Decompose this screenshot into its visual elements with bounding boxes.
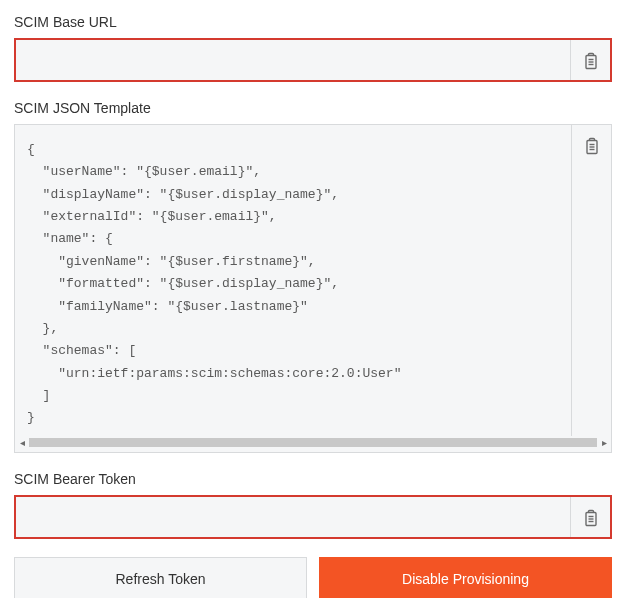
- horizontal-scrollbar[interactable]: ◂ ▸: [15, 436, 611, 452]
- scim-json-template-field: { "userName": "{$user.email}", "displayN…: [14, 124, 612, 453]
- scim-base-url-label: SCIM Base URL: [14, 14, 612, 30]
- scim-json-template-label: SCIM JSON Template: [14, 100, 612, 116]
- copy-json-template-button[interactable]: [571, 125, 611, 436]
- scim-bearer-token-section: SCIM Bearer Token: [14, 471, 612, 539]
- action-buttons: Refresh Token Disable Provisioning: [14, 557, 612, 598]
- copy-bearer-token-button[interactable]: [570, 497, 610, 537]
- scroll-left-icon: ◂: [17, 438, 27, 448]
- clipboard-icon: [583, 52, 599, 73]
- scim-json-template-section: SCIM JSON Template { "userName": "{$user…: [14, 100, 612, 453]
- scim-base-url-section: SCIM Base URL: [14, 14, 612, 82]
- scim-base-url-value: [16, 40, 570, 80]
- copy-base-url-button[interactable]: [570, 40, 610, 80]
- scrollbar-track: [29, 438, 597, 447]
- scim-json-template-value: { "userName": "{$user.email}", "displayN…: [15, 125, 571, 436]
- clipboard-icon: [584, 137, 600, 158]
- scim-bearer-token-field: [14, 495, 612, 539]
- scim-bearer-token-label: SCIM Bearer Token: [14, 471, 612, 487]
- scim-bearer-token-value: [16, 497, 570, 537]
- scroll-right-icon: ▸: [599, 438, 609, 448]
- clipboard-icon: [583, 509, 599, 530]
- scim-base-url-field: [14, 38, 612, 82]
- disable-provisioning-button[interactable]: Disable Provisioning: [319, 557, 612, 598]
- refresh-token-button[interactable]: Refresh Token: [14, 557, 307, 598]
